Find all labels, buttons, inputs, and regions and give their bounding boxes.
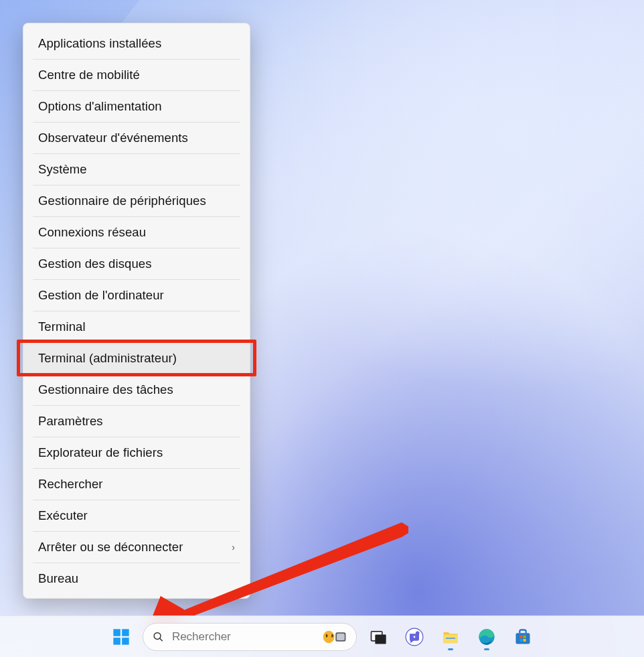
winx-context-menu: Applications installéesCentre de mobilit…: [23, 23, 250, 599]
menu-item-computer-mgmt[interactable]: Gestion de l'ordinateur: [23, 279, 250, 311]
menu-item-system[interactable]: Système: [23, 153, 250, 185]
taskbar-search-box[interactable]: [143, 623, 357, 651]
menu-item-label: Applications installées: [38, 36, 161, 51]
menu-item-run[interactable]: Exécuter: [23, 500, 250, 531]
menu-item-settings[interactable]: Paramètres: [23, 405, 250, 437]
menu-item-device-manager[interactable]: Gestionnaire de périphériques: [23, 185, 250, 216]
open-indicator: [448, 648, 453, 650]
menu-item-label: Exécuter: [38, 508, 88, 523]
svg-rect-23: [524, 635, 526, 638]
menu-item-label: Gestionnaire des tâches: [38, 382, 173, 397]
store-icon: [513, 628, 532, 646]
windows-icon: [112, 628, 131, 646]
search-icon: [153, 630, 164, 644]
menu-item-terminal-admin[interactable]: Terminal (administrateur): [23, 342, 250, 374]
menu-item-installed-apps[interactable]: Applications installées: [23, 27, 250, 59]
svg-point-7: [154, 632, 161, 639]
svg-rect-19: [446, 638, 455, 639]
chat-icon: [405, 628, 424, 646]
svg-rect-11: [337, 633, 345, 640]
menu-item-label: Rechercher: [38, 477, 103, 492]
menu-item-label: Terminal: [38, 319, 86, 334]
menu-item-label: Connexions réseau: [38, 225, 146, 240]
menu-item-label: Centre de mobilité: [38, 68, 140, 82]
svg-rect-3: [113, 629, 120, 636]
menu-item-label: Terminal (administrateur): [38, 351, 177, 366]
taskbar-center-group: [106, 622, 538, 652]
menu-item-label: Bureau: [38, 571, 78, 586]
menu-item-label: Explorateur de fichiers: [38, 445, 163, 460]
svg-rect-4: [122, 629, 129, 636]
svg-rect-5: [113, 638, 120, 645]
menu-item-label: Gestion des disques: [38, 257, 152, 271]
menu-item-label: Gestion de l'ordinateur: [38, 288, 164, 303]
menu-item-disk-mgmt[interactable]: Gestion des disques: [23, 248, 250, 279]
search-input[interactable]: [172, 630, 314, 644]
menu-item-shutdown[interactable]: Arrêter ou se déconnecter›: [23, 531, 250, 563]
svg-rect-13: [375, 634, 386, 644]
menu-item-event-viewer[interactable]: Observateur d'événements: [23, 122, 250, 153]
microsoft-store-button[interactable]: [508, 622, 538, 652]
search-widget-icon: [322, 628, 347, 646]
menu-item-terminal[interactable]: Terminal: [23, 311, 250, 342]
menu-item-mobility-center[interactable]: Centre de mobilité: [23, 59, 250, 90]
open-indicator: [484, 648, 489, 650]
menu-item-label: Observateur d'événements: [38, 131, 188, 145]
svg-rect-6: [122, 638, 129, 645]
menu-item-label: Arrêter ou se déconnecter: [38, 540, 183, 555]
menu-item-label: Système: [38, 162, 87, 177]
menu-item-file-explorer[interactable]: Explorateur de fichiers: [23, 437, 250, 468]
svg-point-16: [414, 636, 416, 638]
menu-item-search[interactable]: Rechercher: [23, 468, 250, 500]
menu-item-desktop[interactable]: Bureau: [23, 563, 250, 594]
svg-rect-24: [519, 638, 522, 641]
edge-browser-button[interactable]: [472, 622, 501, 652]
menu-item-network-conns[interactable]: Connexions réseau: [23, 216, 250, 248]
svg-rect-21: [516, 633, 530, 644]
menu-item-label: Paramètres: [38, 414, 103, 429]
svg-line-8: [160, 638, 163, 641]
start-button[interactable]: [106, 622, 136, 652]
task-view-button[interactable]: [364, 622, 393, 652]
menu-item-power-options[interactable]: Options d'alimentation: [23, 90, 250, 122]
chevron-right-icon: ›: [232, 542, 235, 553]
svg-point-17: [416, 631, 420, 634]
file-explorer-button[interactable]: [436, 622, 465, 652]
menu-item-task-manager[interactable]: Gestionnaire des tâches: [23, 374, 250, 405]
task-view-icon: [369, 628, 388, 646]
menu-item-label: Options d'alimentation: [38, 99, 162, 114]
menu-item-label: Gestionnaire de périphériques: [38, 194, 206, 208]
taskbar: [0, 615, 644, 657]
chat-button[interactable]: [400, 622, 429, 652]
folder-icon: [441, 628, 460, 646]
edge-icon: [477, 628, 496, 646]
svg-rect-25: [524, 638, 526, 641]
svg-rect-22: [519, 635, 522, 638]
